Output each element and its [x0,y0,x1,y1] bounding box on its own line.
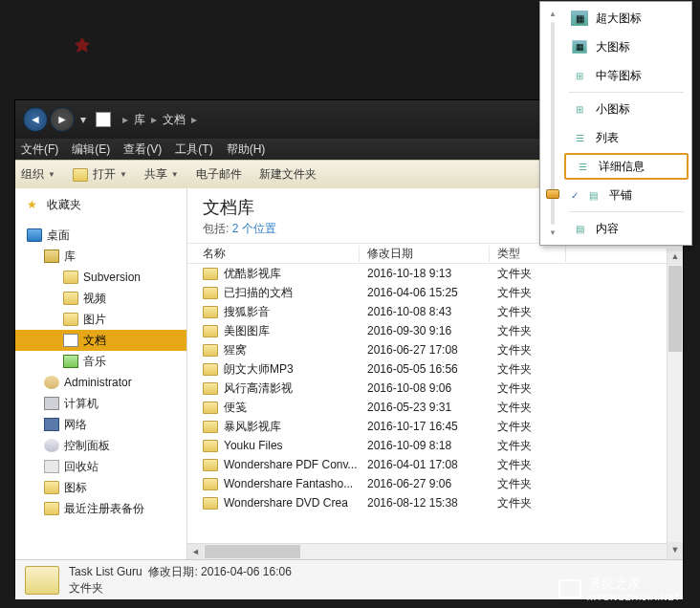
network-icon [44,418,59,431]
file-row[interactable]: Youku Files2016-10-09 8:18文件夹 [187,436,683,455]
watermark-logo [558,579,581,598]
tb-open[interactable]: 打开▼ [73,166,127,183]
file-row[interactable]: 暴风影视库2016-10-17 16:45文件夹 [187,417,683,436]
view-medium[interactable]: ⊞中等图标 [563,61,689,90]
file-type: 文件夹 [490,438,566,454]
col-name[interactable]: 名称 [187,246,360,262]
file-name: 美图图库 [224,323,270,339]
pictures-icon [63,313,78,326]
tb-email[interactable]: 电子邮件 [196,166,242,183]
view-small[interactable]: ⊞小图标 [563,95,689,123]
folder-icon [203,325,218,337]
menu-view[interactable]: 查看(V) [123,141,162,158]
file-row[interactable]: 美图图库2016-09-30 9:16文件夹 [187,321,683,340]
file-type: 文件夹 [490,380,566,397]
file-date: 2016-10-09 8:18 [360,439,490,452]
slider-knob[interactable] [546,189,559,199]
view-size-slider[interactable]: ▲ ▼ [542,4,563,243]
file-name: Wondershare Fantasho... [224,477,353,490]
file-type: 文件夹 [490,419,566,435]
back-button[interactable]: ◄ [23,107,48,132]
view-extra-large[interactable]: ▦超大图标 [563,4,689,33]
folder-icon [203,363,218,376]
sidebar-library[interactable]: 库 [15,246,186,267]
folder-icon [44,481,59,494]
file-name: 便笺 [224,400,247,416]
sidebar-desktop[interactable]: 桌面 [15,225,186,246]
sidebar-music[interactable]: 音乐 [15,351,186,372]
tb-organize[interactable]: 组织▼ [21,166,55,183]
view-large[interactable]: ▦大图标 [563,33,689,61]
file-row[interactable]: 朗文大师MP32016-05-05 16:56文件夹 [187,359,683,379]
folder-icon [203,440,218,452]
col-type[interactable]: 类型 [490,246,566,262]
file-name: 优酷影视库 [224,266,281,282]
sidebar-subversion[interactable]: Subversion [15,267,186,288]
sidebar-icons[interactable]: 图标 [15,477,186,498]
recycle-icon [44,460,59,473]
horizontal-scrollbar[interactable]: ◄► [187,543,683,559]
open-icon [73,168,88,182]
file-date: 2016-10-18 9:13 [360,267,490,280]
status-date: 2016-04-06 16:06 [201,565,292,578]
tb-share[interactable]: 共享▼ [144,166,179,183]
file-row[interactable]: 风行高清影视2016-10-08 9:06文件夹 [187,379,683,398]
file-name: 风行高清影视 [224,380,293,397]
view-content[interactable]: ▤内容 [563,214,689,243]
sidebar-pictures[interactable]: 图片 [15,309,186,330]
file-row[interactable]: Wondershare PDF Conv...2016-04-01 17:08文… [187,455,683,474]
view-list[interactable]: ☰列表 [563,123,689,152]
forward-button[interactable]: ► [50,107,75,132]
file-row[interactable]: Wondershare Fantasho...2016-06-27 9:06文件… [187,474,683,493]
file-row[interactable]: 猩窝2016-06-27 17:08文件夹 [187,340,683,359]
sidebar-favorites[interactable]: ★收藏夹 [15,194,186,215]
folder-icon [203,287,218,299]
tb-newfolder[interactable]: 新建文件夹 [259,166,317,183]
menu-help[interactable]: 帮助(H) [227,141,266,158]
file-type: 文件夹 [490,400,566,416]
file-row[interactable]: 搜狐影音2016-10-08 8:43文件夹 [187,302,683,321]
file-row[interactable]: 便笺2016-05-23 9:31文件夹 [187,398,683,417]
sidebar-video[interactable]: 视频 [15,288,186,309]
leaf-decoration [72,36,93,55]
breadcrumb-library[interactable]: 库 [134,112,145,128]
file-type: 文件夹 [490,323,566,339]
col-date[interactable]: 修改日期 [360,246,490,262]
path-icon [96,112,111,127]
breadcrumb-documents[interactable]: 文档 [163,112,186,128]
view-tiles[interactable]: ✓▤平铺 [563,181,689,209]
view-details[interactable]: ☰详细信息 [564,153,689,180]
file-date: 2016-04-01 17:08 [360,458,490,471]
file-row[interactable]: 优酷影视库2016-10-18 9:13文件夹 [187,264,683,283]
documents-icon [63,334,78,347]
menu-file[interactable]: 文件(F) [21,141,58,158]
menu-edit[interactable]: 编辑(E) [72,141,110,158]
sidebar-network[interactable]: 网络 [15,414,186,435]
file-row[interactable]: 已扫描的文档2016-04-06 15:25文件夹 [187,283,683,302]
vertical-scrollbar[interactable]: ▲ ▼ [667,249,683,558]
menu-tools[interactable]: 工具(T) [175,141,212,158]
watermark: 系统之家 XITONGZHIJIA.NET [558,575,681,602]
file-name: 猩窝 [224,342,247,358]
file-row[interactable]: Wondershare DVD Crea2016-08-12 15:38文件夹 [187,493,683,512]
file-name: 朗文大师MP3 [224,361,294,378]
computer-icon [44,397,59,410]
status-folder-icon [25,566,59,595]
sidebar-documents[interactable]: 文档 [15,330,186,351]
sidebar-recycle[interactable]: 回收站 [15,456,186,477]
file-name: Youku Files [224,439,283,452]
control-icon [44,439,59,452]
view-menu: ▲ ▼ ▦超大图标 ▦大图标 ⊞中等图标 ⊞小图标 ☰列表 ☰详细信息 ✓▤平铺… [539,1,692,246]
user-icon [44,376,59,389]
file-name: Wondershare DVD Crea [224,496,348,510]
sidebar-control[interactable]: 控制面板 [15,435,186,456]
sidebar-admin[interactable]: Administrator [15,372,186,393]
file-type: 文件夹 [490,285,566,301]
folder-icon [203,402,218,414]
file-type: 文件夹 [490,476,566,492]
sidebar-computer[interactable]: 计算机 [15,393,186,414]
desktop-icon [27,228,42,242]
nav-history-dropdown[interactable]: ▾ [80,113,92,126]
sidebar: ★收藏夹 桌面 库 Subversion 视频 图片 文档 音乐 Adminis… [15,188,187,559]
sidebar-recent[interactable]: 最近注册表备份 [15,498,186,519]
